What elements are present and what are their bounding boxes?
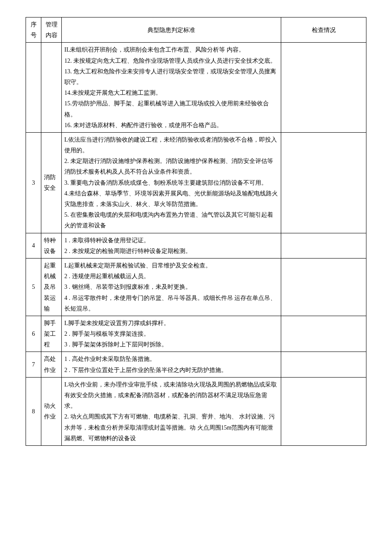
table-row: 3消防安全L依法应当进行消防验收的建设工程，未经消防验收或者消防验收不合格，即投… — [26, 132, 366, 233]
table-row: 5起重机械及吊装运输L起重机械未定期开展检验试验、日常维护及安全检查。 2 . … — [26, 258, 366, 316]
row-content: 1 . 高处作业时未采取防坠落措施。 2 . 下层作业位置处于上层作业的坠落半径… — [62, 352, 281, 377]
row-check — [281, 43, 366, 133]
row-num: 8 — [26, 377, 41, 445]
row-cat: 消防安全 — [41, 132, 62, 233]
header-row: 序号 管理内容 典型隐患判定标准 检查情况 — [26, 17, 366, 43]
row-cat — [41, 43, 62, 133]
row-cat: 高处作业 — [41, 352, 62, 377]
row-content: L脚手架未按规定设置剪刀撑或斜撑杆。 2 . 脚手架与模板等支撑架连接。 3 .… — [62, 316, 281, 352]
table-row: 6脚手架工程L脚手架未按规定设置剪刀撑或斜撑杆。 2 . 脚手架与模板等支撑架连… — [26, 316, 366, 352]
table-row: 7高处作业1 . 高处作业时未采取防坠落措施。 2 . 下层作业位置处于上层作业… — [26, 352, 366, 377]
row-check — [281, 316, 366, 352]
table-row: 8动火作业L动火作业前，未办理作业审批手续，或未清除动火现场及周围的易燃物品或采… — [26, 377, 366, 445]
row-check — [281, 132, 366, 233]
row-cat: 动火作业 — [41, 377, 62, 445]
row-num: 6 — [26, 316, 41, 352]
row-num: 7 — [26, 352, 41, 377]
header-check: 检查情况 — [281, 17, 366, 43]
row-num: 5 — [26, 258, 41, 316]
row-cat: 脚手架工程 — [41, 316, 62, 352]
header-content: 典型隐患判定标准 — [62, 17, 281, 43]
table-row: 4特种设备1 . 未取得特种设备使用登记证。 2 . 未按规定的检验周期进行特种… — [26, 233, 366, 258]
row-num: 3 — [26, 132, 41, 233]
hazard-table: 序号 管理内容 典型隐患判定标准 检查情况 IL未组织召开班削会，或班削会未包含… — [26, 17, 366, 446]
row-cat: 特种设备 — [41, 233, 62, 258]
row-num — [26, 43, 41, 133]
row-content: L动火作业前，未办理作业审批手续，或未清除动火现场及周围的易燃物品或采取有效安全… — [62, 377, 281, 445]
row-content: L依法应当进行消防验收的建设工程，未经消防验收或者消防验收不合格，即投入使用的。… — [62, 132, 281, 233]
header-num: 序号 — [26, 17, 41, 43]
row-content: 1 . 未取得特种设备使用登记证。 2 . 未按规定的检验周期进行特种设备定期检… — [62, 233, 281, 258]
row-content: L起重机械未定期开展检验试验、日常维护及安全检查。 2 . 违规使用起重机械载运… — [62, 258, 281, 316]
header-cat: 管理内容 — [41, 17, 62, 43]
table-row: IL未组织召开班削会，或班削会未包含工作布置、风险分析等 内容。 12. 未按规… — [26, 43, 366, 133]
row-check — [281, 377, 366, 445]
row-check — [281, 233, 366, 258]
row-cat: 起重机械及吊装运输 — [41, 258, 62, 316]
row-check — [281, 352, 366, 377]
row-check — [281, 258, 366, 316]
row-content: IL未组织召开班削会，或班削会未包含工作布置、风险分析等 内容。 12. 未按规… — [62, 43, 281, 133]
row-num: 4 — [26, 233, 41, 258]
